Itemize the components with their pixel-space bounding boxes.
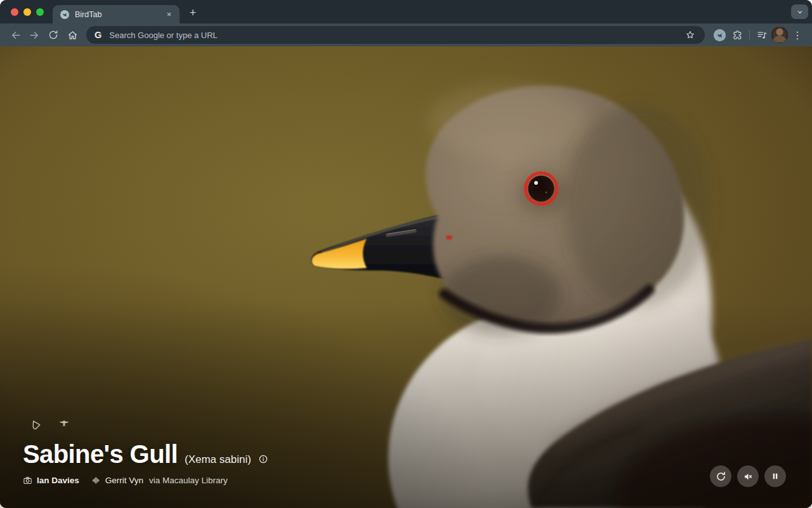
credit-row: Ian Davies Gerrit Vyn via Macaulay Libra… [23,476,268,485]
camera-icon [23,476,32,485]
chevron-down-icon [796,8,804,17]
tab-title: BirdTab [75,10,159,19]
bird-common-name: Sabine's Gull [23,441,178,467]
forward-icon [29,29,41,41]
tab-close-icon[interactable]: × [164,9,174,20]
reload-icon [48,29,59,41]
overlay-mini-icons [29,418,268,432]
pause-icon [769,471,781,482]
new-tab-button[interactable]: + [184,4,202,22]
tab-search-button[interactable] [791,4,808,19]
media-controls-button[interactable] [754,26,770,44]
refresh-button[interactable] [710,465,731,487]
birdtab-extension-icon [714,29,726,41]
photographer-credit: Ian Davies [37,476,79,485]
address-input[interactable] [108,30,676,41]
kebab-menu-icon: ⋮ [792,29,802,41]
mute-icon [742,471,754,483]
reload-button[interactable] [44,26,62,44]
play-icon[interactable] [29,418,43,432]
star-icon [684,29,696,41]
info-button[interactable] [258,454,268,467]
bookmark-star-button[interactable] [682,26,698,44]
bird-scientific-name: (Xema sabini) [185,453,251,466]
source-credit: via Macaulay Library [149,476,228,485]
species-info-overlay: Sabine's Gull (Xema sabini) Ian Davies G… [23,418,268,485]
minimize-window-button[interactable] [23,8,31,16]
info-icon [258,454,268,464]
tab-strip: BirdTab × + [0,0,812,23]
home-icon [67,29,79,41]
recordist-credit: Gerrit Vyn [105,476,143,485]
pause-button[interactable] [764,465,786,487]
google-g-icon: G [95,30,102,40]
close-window-button[interactable] [11,8,18,16]
birdtab-page: Sabine's Gull (Xema sabini) Ian Davies G… [0,46,812,508]
refresh-icon [715,471,727,483]
toolbar-divider [749,30,750,40]
browser-window: BirdTab × + G [0,0,812,508]
browser-menu-button[interactable]: ⋮ [789,26,806,44]
mute-button[interactable] [737,465,759,487]
traffic-lights [0,8,53,23]
playback-controls [710,465,786,487]
back-icon [10,29,22,41]
bird-icon[interactable] [56,418,72,432]
birdtab-extension-button[interactable] [711,26,728,44]
back-button[interactable] [6,26,24,44]
tab-birdtab[interactable]: BirdTab × [53,5,180,23]
extensions-button[interactable] [729,26,745,44]
birdtab-favicon [60,10,70,20]
forward-button[interactable] [25,26,43,44]
profile-avatar[interactable] [771,27,788,43]
zoom-window-button[interactable] [36,8,44,16]
home-button[interactable] [63,26,81,44]
media-controls-icon [756,29,768,41]
address-bar[interactable]: G [86,26,705,44]
extensions-puzzle-icon [731,29,743,41]
toolbar: G ⋮ [0,23,812,46]
title-row: Sabine's Gull (Xema sabini) [23,441,268,467]
waveform-icon [91,476,101,485]
